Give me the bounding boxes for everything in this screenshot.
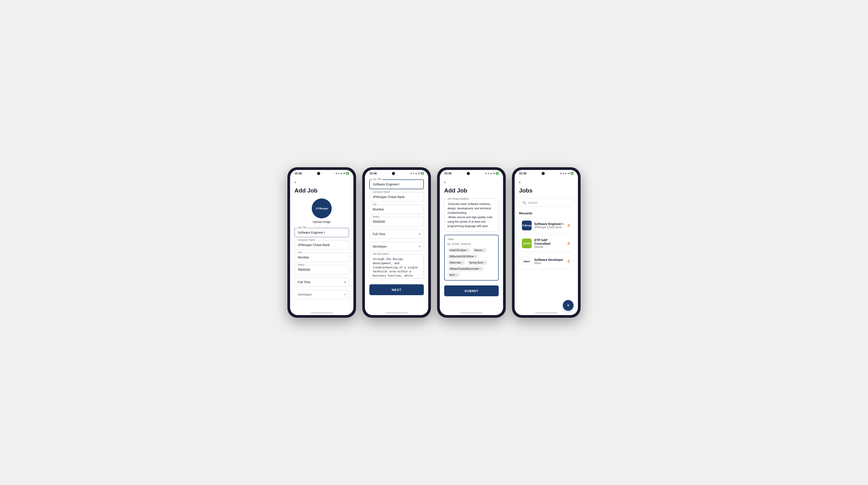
role-value-1: Developer xyxy=(298,293,312,296)
phone-2: 15:36 ⊕ ≋ ▲ ull ▮ Job Title Company Name xyxy=(362,167,431,318)
job-title-label-2: Job Title xyxy=(372,178,382,180)
remove-tag-0[interactable]: × xyxy=(467,249,469,252)
back-button-3[interactable]: ‹ xyxy=(444,180,446,185)
job-description-field-2: Job Description through the design, deve… xyxy=(369,254,424,280)
phone-4: 15:39 ⊕ ≋ ▲ ull ▮ ‹ Jobs 🔍 Search Record… xyxy=(512,167,581,318)
back-button-4[interactable]: ‹ xyxy=(519,180,521,185)
job-title-input-1[interactable] xyxy=(294,228,349,237)
page-title-3: Add Job xyxy=(444,187,499,194)
status-icons-2: ⊕ ≋ ▲ ull ▮ xyxy=(410,172,424,175)
skill-tag-2: BitBucket/Git/Gitflow × xyxy=(447,254,478,259)
salary-input-1[interactable] xyxy=(294,265,349,274)
city-input-2[interactable] xyxy=(369,205,424,214)
company-name-input-1[interactable] xyxy=(294,240,349,250)
skills-tags: IntelliJ/Eclipse × Maven × BitBucket/Git… xyxy=(447,248,496,278)
record-item-2[interactable]: wipro Software Developer Wipro 🗑 xyxy=(519,254,574,269)
company-name-label-2: Company Name xyxy=(372,191,391,193)
record-name-1: ETP SAP Consultant xyxy=(534,238,564,246)
page-title-4: Jobs xyxy=(519,187,574,194)
delete-button-1[interactable]: 🗑 xyxy=(567,241,570,246)
remove-tag-2[interactable]: × xyxy=(474,255,476,258)
delete-button-0[interactable]: 🗑 xyxy=(567,224,570,227)
phone-4-content: ‹ Jobs 🔍 Search Records J.P.Morgan Softw… xyxy=(515,176,578,311)
status-time-1: 15:36 xyxy=(294,172,302,175)
remove-tag-5[interactable]: × xyxy=(480,267,482,270)
remove-tag-6[interactable]: × xyxy=(456,274,458,277)
company-logo-1[interactable]: J.P.Morgan xyxy=(312,198,332,218)
delete-button-2[interactable]: 🗑 xyxy=(567,259,570,263)
job-title-field-1: Job Title xyxy=(294,228,349,237)
upload-label-1[interactable]: Upload Image xyxy=(313,220,331,224)
status-bar-4: 15:39 ⊕ ≋ ▲ ull ▮ xyxy=(515,170,578,176)
phone-2-content: Job Title Company Name City Salary Full xyxy=(365,176,428,311)
logo-section-1: J.P.Morgan Upload Image xyxy=(294,198,349,224)
record-company-1: Deloitte xyxy=(534,246,564,249)
employment-type-select-1[interactable]: Full Time ▾ xyxy=(294,278,349,287)
role-select-1[interactable]: Developer ▾ xyxy=(294,290,349,299)
skills-box: Skills IntelliJ/Eclipse × Maven × BitBuc… xyxy=(444,235,499,281)
remove-tag-4[interactable]: × xyxy=(484,261,485,264)
records-title-4: Records xyxy=(519,211,574,215)
home-bar-3 xyxy=(460,313,483,313)
phone-2-screen: 15:36 ⊕ ≋ ▲ ull ▮ Job Title Company Name xyxy=(365,170,428,315)
company-name-input-2[interactable] xyxy=(369,192,424,201)
record-name-0: Software Engineer I xyxy=(534,222,564,226)
salary-label-2: Salary xyxy=(372,215,380,218)
job-title-label-1: Job Title xyxy=(297,226,308,229)
next-button-2[interactable]: NEXT xyxy=(369,284,424,295)
company-name-label-1: Company Name xyxy=(297,238,316,241)
salary-label-1: Salary xyxy=(297,263,305,266)
resp-label: Job Responsibilities xyxy=(446,197,470,201)
job-responsibilities-box: Job Responsibilities -Executes basic sof… xyxy=(444,198,499,232)
page-title-1: Add Job xyxy=(294,187,349,194)
record-item-0[interactable]: J.P.Morgan Software Engineer I JPMorgan … xyxy=(519,218,574,233)
skill-tag-0: IntelliJ/Eclipse × xyxy=(447,248,471,253)
record-name-2: Software Developer xyxy=(534,258,564,261)
submit-button-3[interactable]: SUBMIT xyxy=(444,285,499,296)
city-field-2: City xyxy=(369,205,424,214)
city-label-2: City xyxy=(372,203,377,205)
status-bar-3: 15:38 ⊕ ≋ ▲ ull ▮ xyxy=(440,170,503,176)
job-description-textarea-2[interactable]: through the design, development, and tro… xyxy=(369,254,424,279)
salary-input-2[interactable] xyxy=(369,217,424,226)
skill-tag-6: MVC × xyxy=(447,272,460,278)
phone-1: 15:36 ⊕ ≋ ▲ ull ▮ ‹ Add Job J.P.Morgan U… xyxy=(287,167,356,318)
home-indicator-3 xyxy=(440,311,503,315)
remove-tag-3[interactable]: × xyxy=(462,261,463,264)
home-indicator-1 xyxy=(290,311,353,315)
job-title-input-2[interactable] xyxy=(369,180,424,189)
skill-tag-5: JMeter/Pasta/Blazemeter × xyxy=(447,266,484,271)
record-info-1: ETP SAP Consultant Deloitte xyxy=(534,238,564,249)
remove-tag-1[interactable]: × xyxy=(484,249,485,252)
record-info-0: Software Engineer I JPMorgan Chase Bank xyxy=(534,222,564,229)
camera-notch-1 xyxy=(317,172,320,175)
record-item-1[interactable]: deloitt ETP SAP Consultant Deloitte 🗑 xyxy=(519,235,574,251)
fab-button-4[interactable]: + xyxy=(563,300,574,311)
record-info-2: Software Developer Wipro xyxy=(534,258,564,265)
record-logo-text-1: deloitt xyxy=(523,242,531,245)
record-company-2: Wipro xyxy=(534,261,564,265)
employment-type-value-1: Full Time xyxy=(298,280,310,284)
search-bar-4[interactable]: 🔍 Search xyxy=(519,198,574,207)
status-time-4: 15:39 xyxy=(519,172,526,175)
role-select-2[interactable]: Developer ▾ xyxy=(369,242,424,251)
skills-input[interactable] xyxy=(447,242,496,246)
city-input-1[interactable] xyxy=(294,253,349,262)
job-description-label-2: Job Description xyxy=(372,253,390,255)
chevron-role-2: ▾ xyxy=(419,245,421,248)
phone-3-content: ‹ Add Job Job Responsibilities -Executes… xyxy=(440,176,503,311)
back-button-1[interactable]: ‹ xyxy=(294,180,296,185)
record-logo-2: wipro xyxy=(522,256,532,266)
job-title-field-2: Job Title xyxy=(369,180,424,189)
role-value-2: Developer xyxy=(373,245,387,248)
record-company-0: JPMorgan Chase Bank xyxy=(534,226,564,229)
employment-type-select-2[interactable]: Full Time ▾ xyxy=(369,229,424,239)
logo-jp-text: J.P.Morgan xyxy=(315,207,328,210)
camera-notch-2 xyxy=(392,172,395,175)
chevron-employment-1: ▾ xyxy=(344,281,346,284)
search-input-4[interactable]: Search xyxy=(528,201,538,204)
company-name-field-2: Company Name xyxy=(369,192,424,201)
phone-4-screen: 15:39 ⊕ ≋ ▲ ull ▮ ‹ Jobs 🔍 Search Record… xyxy=(515,170,578,315)
phone-3: 15:38 ⊕ ≋ ▲ ull ▮ ‹ Add Job Job Responsi… xyxy=(437,167,506,318)
skill-tag-1: Maven × xyxy=(472,248,487,253)
